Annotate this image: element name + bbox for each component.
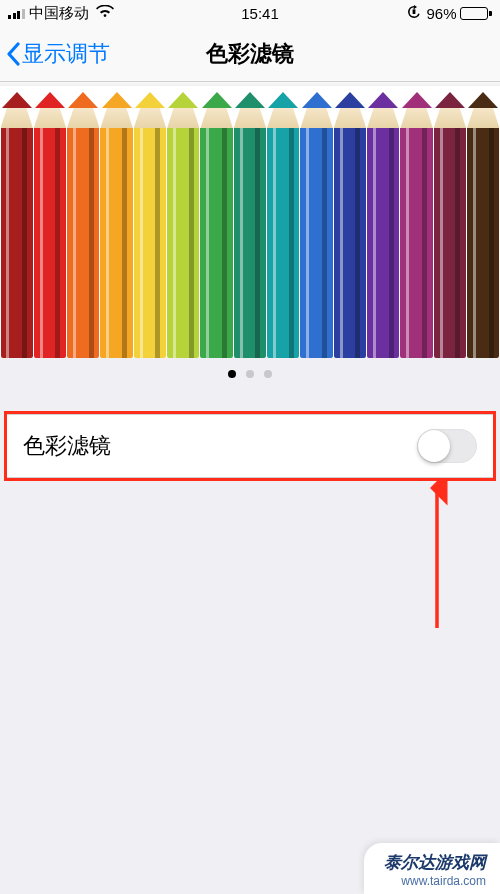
pencil [200, 92, 232, 352]
page-dot[interactable] [228, 370, 236, 378]
color-filter-row[interactable]: 色彩滤镜 [7, 414, 493, 478]
clock: 15:41 [241, 5, 279, 22]
pencil [434, 92, 466, 352]
status-right: 96% [406, 4, 492, 23]
color-filter-toggle[interactable] [417, 429, 477, 463]
pencil [1, 92, 33, 352]
watermark: 泰尔达游戏网 www.tairda.com [364, 843, 500, 894]
pencil [100, 92, 132, 352]
battery-icon [460, 7, 492, 20]
chevron-left-icon [6, 42, 20, 66]
page-dot[interactable] [264, 370, 272, 378]
signal-icon [8, 7, 25, 19]
pencil [334, 92, 366, 352]
battery-percent: 96% [426, 5, 456, 22]
watermark-url: www.tairda.com [384, 874, 486, 888]
pencil [367, 92, 399, 352]
orientation-lock-icon [406, 4, 422, 23]
back-button[interactable]: 显示调节 [0, 39, 110, 69]
wifi-icon [96, 5, 114, 22]
status-left: 中国移动 [8, 4, 114, 23]
color-filter-label: 色彩滤镜 [23, 431, 111, 461]
highlight-annotation: 色彩滤镜 [4, 411, 496, 481]
nav-bar: 显示调节 色彩滤镜 [0, 26, 500, 82]
pencil [267, 92, 299, 352]
pencil [34, 92, 66, 352]
settings-group: 色彩滤镜 [0, 411, 500, 481]
pencil [300, 92, 332, 352]
pencil [234, 92, 266, 352]
pencil [400, 92, 432, 352]
pencil [134, 92, 166, 352]
svg-rect-0 [413, 10, 416, 14]
watermark-title: 泰尔达游戏网 [384, 851, 486, 874]
arrow-annotation [412, 478, 462, 638]
color-filter-preview[interactable] [0, 82, 500, 358]
carrier-label: 中国移动 [29, 4, 89, 23]
pencil [467, 92, 499, 352]
pencil [67, 92, 99, 352]
back-label: 显示调节 [22, 39, 110, 69]
pencil [167, 92, 199, 352]
status-bar: 中国移动 15:41 96% [0, 0, 500, 26]
page-dot[interactable] [246, 370, 254, 378]
toggle-knob [418, 430, 450, 462]
page-title: 色彩滤镜 [206, 39, 294, 69]
pagination-dots[interactable] [0, 358, 500, 390]
